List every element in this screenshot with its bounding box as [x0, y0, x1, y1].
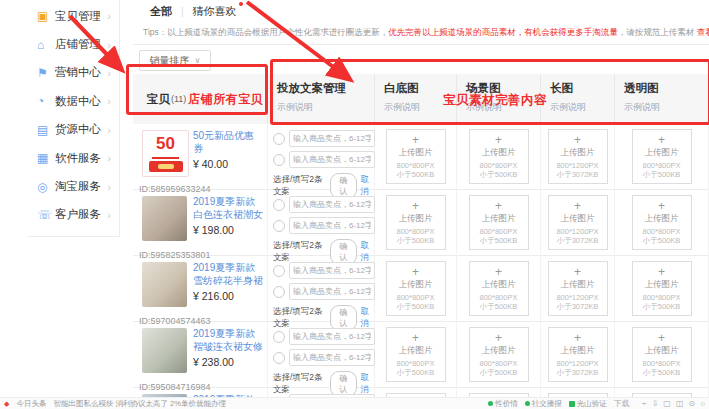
window-icon[interactable]: ▢ — [663, 399, 671, 408]
signal-icon[interactable]: ⌁ — [642, 399, 647, 408]
product-price: ¥ 198.00 — [193, 224, 263, 236]
transparent-upload-cell: + 上传图片 800*800PX 小于500KB — [615, 256, 709, 331]
product-price: ¥ 40.00 — [193, 158, 263, 170]
taskbar-download-label[interactable]: 下载 — [614, 398, 630, 409]
selling-point-input[interactable] — [289, 196, 375, 213]
taskbar-item: 智能出图私么模块 消利协议太高了 2%单价就能办理 — [53, 399, 226, 409]
upload-button[interactable]: + 上传图片 800*800PX 小于500KB — [469, 195, 529, 250]
selling-point-input[interactable] — [289, 217, 375, 234]
product-image[interactable] — [142, 262, 187, 307]
sidebar-item[interactable]: ⌂ 店铺管理 › — [28, 30, 119, 58]
copy-checkbox[interactable] — [273, 154, 285, 166]
plus-icon: + — [658, 135, 665, 146]
chevron-right-icon: › — [107, 95, 111, 107]
example-link[interactable]: 示例说明 — [550, 101, 614, 114]
upload-button[interactable]: + 上传图片 800*800PX 小于500KB — [469, 129, 529, 184]
copy-checkbox[interactable] — [273, 199, 285, 211]
annotation-text-all-products: 店铺所有宝贝 — [188, 91, 263, 108]
upload-button[interactable]: + 上传图片 800*1200PX 小于3072KB — [548, 327, 608, 382]
column-header-product: 宝贝 (11) 店铺所有宝贝 — [133, 74, 268, 124]
sidebar-item[interactable]: ▦ 软件服务 › — [28, 144, 119, 172]
product-cell: 50 50元新品优惠券 ¥ 40.00 ID:585959633244 — [133, 124, 268, 199]
upload-button[interactable]: + 上传图片 800*800PX 小于500KB — [632, 129, 692, 184]
copy-checkbox[interactable] — [273, 352, 285, 364]
megaphone-icon: ⚑ — [37, 67, 52, 79]
copy-checkbox[interactable] — [273, 265, 285, 277]
product-price: ¥ 238.00 — [193, 356, 263, 368]
upload-button[interactable]: + 上传图片 800*800PX 小于500KB — [386, 261, 446, 316]
upload-button[interactable]: + 上传图片 800*800PX 小于500KB — [632, 261, 692, 316]
divider — [133, 44, 709, 45]
sidebar-item[interactable]: ◔ 数据中心 › — [28, 87, 119, 115]
scene-upload-cell: + 上传图片 800*800PX 小于500KB — [457, 190, 541, 265]
product-title-link[interactable]: 2019夏季新款雪纺碎花半身裙女中长款蕾丝白 — [193, 261, 263, 287]
upload-button[interactable]: + 上传图片 800*800PX 小于500KB — [386, 129, 446, 184]
selling-point-input[interactable] — [289, 349, 375, 366]
sidebar-item[interactable]: ▤ 货源中心 › — [28, 116, 119, 144]
long-upload-cell: + 上传图片 800*1200PX 小于3072KB — [541, 256, 615, 331]
box-icon: ▣ — [37, 10, 52, 22]
taskbar-item[interactable]: 今日头条 — [16, 399, 46, 409]
product-cell: 2019夏季新款雪纺碎花半身裙女中长款蕾丝白 ¥ 216.00 ID:59700… — [133, 256, 268, 331]
copy-checkbox[interactable] — [273, 331, 285, 343]
grid-icon: ▦ — [37, 152, 52, 164]
upload-button[interactable]: + 上传图片 800*800PX 小于500KB — [632, 195, 692, 250]
selling-point-input[interactable] — [289, 262, 375, 279]
plus-icon: + — [658, 201, 665, 212]
taskbar-status-item[interactable]: 社交播报 — [525, 399, 562, 409]
product-title-link[interactable]: 50元新品优惠券 — [193, 129, 263, 155]
power-icon[interactable]: ○ — [700, 399, 705, 408]
white-bg-upload-cell: + 上传图片 800*800PX 小于500KB — [375, 256, 457, 331]
plus-icon: + — [574, 267, 581, 278]
copy-checkbox[interactable] — [273, 220, 285, 232]
layers-icon[interactable]: ◫ — [676, 399, 684, 408]
product-title-link[interactable]: 2019夏季新款褶皱连衣裙女修身显瘦小众风格 — [193, 327, 263, 353]
copy-checkbox[interactable] — [273, 133, 285, 145]
example-link[interactable]: 示例说明 — [277, 101, 374, 114]
chevron-right-icon: › — [107, 209, 111, 221]
example-link[interactable]: 示例说明 — [384, 101, 456, 114]
store-icon: ▤ — [37, 124, 52, 136]
example-link[interactable]: 示例说明 — [624, 101, 708, 114]
app-icon: ◆ — [4, 400, 9, 408]
upload-button[interactable]: + 上传图片 800*800PX 小于500KB — [386, 327, 446, 382]
sort-dropdown[interactable]: 销量排序 ∨ — [139, 50, 211, 71]
tab-all[interactable]: 全部 — [150, 4, 172, 19]
selling-point-input[interactable] — [289, 151, 375, 168]
selling-point-input[interactable] — [289, 283, 375, 300]
product-image[interactable] — [142, 328, 187, 373]
upload-button[interactable]: + 上传图片 800*800PX 小于500KB — [469, 327, 529, 382]
sidebar-item[interactable]: ▣ 宝贝管理 › — [28, 2, 119, 30]
upload-button[interactable]: + 上传图片 800*1200PX 小于3072KB — [548, 261, 608, 316]
tab-guess-you-like[interactable]: 猜你喜欢 — [193, 4, 237, 19]
view-details-link[interactable]: 查看详情> — [697, 27, 709, 37]
upload-button[interactable]: + 上传图片 800*800PX 小于500KB — [632, 327, 692, 382]
upload-button[interactable]: + 上传图片 800*800PX 小于500KB — [469, 261, 529, 316]
selling-point-input[interactable] — [289, 328, 375, 345]
sidebar-item[interactable]: ☏ 客户服务 › — [28, 201, 119, 229]
download-icon[interactable]: ⇩ — [652, 399, 659, 408]
sidebar-item[interactable]: ⚑ 营销中心 › — [28, 59, 119, 87]
plus-icon: + — [495, 333, 502, 344]
plus-icon: + — [574, 135, 581, 146]
upload-button[interactable]: + 上传图片 800*1200PX 小于3072KB — [548, 129, 608, 184]
record-icon[interactable]: ⊙ — [688, 399, 695, 408]
sidebar-item[interactable]: ◎ 淘宝服务 › — [28, 172, 119, 200]
chevron-right-icon: › — [107, 10, 111, 22]
taobao-icon: ◎ — [37, 181, 52, 193]
taskbar-status-item[interactable]: 光山验证 — [569, 399, 607, 409]
product-title-link[interactable]: 2019夏季新款白色连衣裙潮女衬衫短袖T恤中长款 — [193, 195, 263, 221]
example-link[interactable]: 示例说明 — [466, 101, 540, 114]
data-icon: ◔ — [37, 95, 52, 107]
upload-button[interactable]: + 上传图片 800*800PX 小于500KB — [386, 195, 446, 250]
upload-button[interactable]: + 上传图片 800*1200PX 小于3072KB — [548, 195, 608, 250]
selling-point-input[interactable] — [289, 130, 375, 147]
product-image[interactable] — [142, 196, 187, 241]
copy-checkbox[interactable] — [273, 286, 285, 298]
chevron-right-icon: › — [107, 152, 111, 164]
taskbar-status-item[interactable]: 性价情 — [488, 399, 518, 409]
table-body: 50 50元新品优惠券 ¥ 40.00 ID:585959633244 选择/填… — [133, 124, 709, 398]
product-count: (11) — [171, 94, 186, 104]
taskbar: ◆ 今日头条 智能出图私么模块 消利协议太高了 2%单价就能办理 性价情 社交播… — [0, 397, 709, 409]
coupon-image[interactable]: 50 — [142, 130, 189, 177]
